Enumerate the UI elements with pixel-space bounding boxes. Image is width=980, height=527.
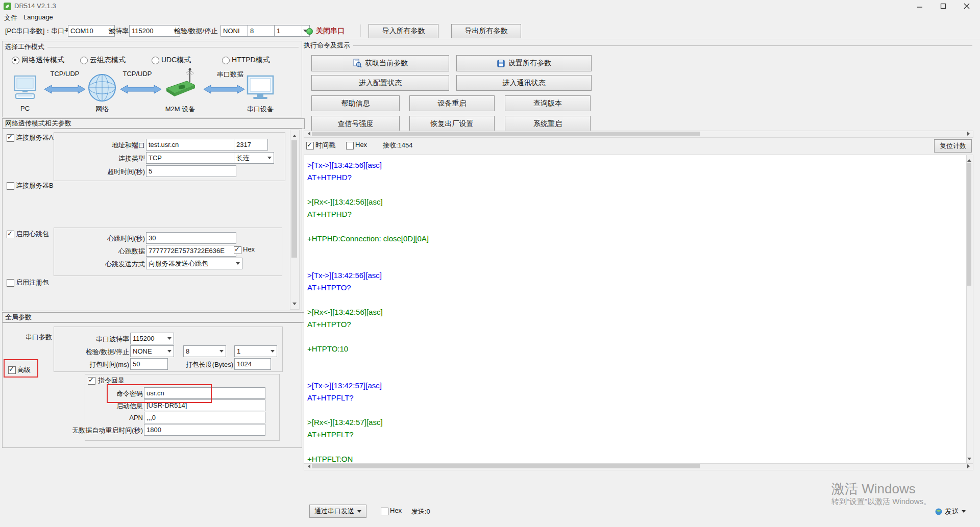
hb-hex-label[interactable]: Hex [243, 245, 255, 253]
heartbeat-label[interactable]: 启用心跳包 [16, 230, 49, 239]
scroll-up-icon[interactable] [290, 131, 298, 138]
log-hscrollbar-top[interactable] [304, 131, 973, 138]
system-restart-button[interactable]: 系统重启 [505, 116, 591, 132]
stopbits-select[interactable]: 1 [274, 25, 310, 37]
work-mode-title: 选择工作模式 [5, 42, 44, 52]
timeout-input[interactable]: 5 [146, 165, 236, 177]
log-line [307, 294, 970, 306]
pack-time-input[interactable]: 50 [130, 358, 168, 370]
timestamp-label[interactable]: 时间戳 [315, 141, 335, 150]
g-parity-select[interactable]: NONE [130, 345, 174, 357]
auto-reboot-input[interactable]: 1800 [144, 424, 265, 436]
log-vscrollbar[interactable] [966, 155, 973, 464]
boot-msg-input[interactable]: [USR-DR514] [144, 399, 265, 411]
set-params-button[interactable]: 设置所有参数 [456, 55, 592, 71]
server-a-label[interactable]: 连接服务器A [16, 133, 54, 142]
scrollbar-thumb[interactable] [312, 464, 700, 468]
send-hex-checkbox[interactable] [381, 508, 388, 515]
send-button[interactable]: 发送 [935, 505, 966, 518]
export-params-button[interactable]: 导出所有参数 [451, 24, 521, 38]
log-line: +HTPTO:10 [307, 343, 970, 355]
baud-select[interactable]: 115200 [129, 25, 180, 37]
timestamp-checkbox[interactable] [306, 142, 314, 149]
radio-cloud-label[interactable]: 云组态模式 [90, 56, 126, 65]
log-line [307, 184, 970, 196]
menu-file[interactable]: 文件 [4, 13, 17, 22]
hb-time-input[interactable]: 30 [146, 232, 236, 244]
radio-udc-label[interactable]: UDC模式 [161, 56, 191, 65]
heartbeat-checkbox[interactable] [7, 231, 14, 238]
enter-comm-button[interactable]: 进入通讯状态 [456, 75, 592, 91]
maximize-button[interactable] [935, 0, 952, 12]
advanced-label[interactable]: 高级 [17, 365, 31, 374]
network-label: 网络 [88, 105, 116, 114]
query-version-button[interactable]: 查询版本 [505, 95, 591, 111]
recv-hex-label[interactable]: Hex [355, 141, 367, 148]
net-params-scrollbar[interactable] [290, 130, 300, 310]
import-params-button[interactable]: 导入所有参数 [369, 24, 438, 38]
hb-data-input[interactable]: 7777772E7573722E636E [146, 245, 236, 257]
arrow-icon [120, 85, 161, 94]
hb-mode-select[interactable]: 向服务器发送心跳包 [146, 258, 242, 269]
g-baud-select[interactable]: 115200 [130, 333, 174, 344]
close-port-button[interactable]: 关闭串口 [306, 25, 345, 37]
factory-reset-button[interactable]: 恢复出厂设置 [409, 116, 495, 132]
log-output[interactable]: >[Tx->][13:42:56][asc] AT+HTPHD? >[Rx<-]… [304, 155, 970, 468]
recv-hex-checkbox[interactable] [346, 142, 354, 149]
radio-net-passthrough[interactable] [12, 57, 19, 64]
register-checkbox[interactable] [7, 279, 14, 287]
apn-input[interactable]: ,,,0 [144, 412, 265, 423]
minimize-button[interactable] [911, 0, 928, 12]
radio-net-passthrough-label[interactable]: 网络透传模式 [21, 56, 64, 65]
device-restart-button[interactable]: 设备重启 [409, 95, 495, 111]
radio-cloud[interactable] [80, 57, 88, 64]
g-stopbits-select[interactable]: 1 [234, 345, 277, 357]
server-b-checkbox[interactable] [7, 182, 14, 190]
scrollbar-thumb[interactable] [312, 132, 700, 136]
log-line [307, 220, 970, 233]
help-info-button[interactable]: 帮助信息 [311, 95, 400, 111]
app-icon [4, 3, 11, 10]
scroll-right-icon[interactable] [966, 131, 972, 136]
conn-type-select[interactable]: TCP [146, 152, 242, 164]
network-globe-icon [88, 73, 116, 102]
radio-udc[interactable] [152, 57, 159, 64]
scrollbar-thumb[interactable] [291, 140, 297, 258]
radio-httpd-label[interactable]: HTTPD模式 [232, 56, 270, 65]
echo-label[interactable]: 指令回显 [97, 376, 126, 385]
server-a-address-input[interactable]: test.usr.cn [146, 139, 236, 150]
close-button[interactable] [958, 0, 975, 12]
heartbeat-group: 心跳时间(秒) 30 心跳数据 7777772E7573722E636E Hex… [54, 228, 282, 276]
pack-len-input[interactable]: 1024 [234, 358, 271, 370]
scroll-left-icon[interactable] [305, 464, 311, 469]
scroll-left-icon[interactable] [305, 131, 311, 136]
get-params-button[interactable]: 获取当前参数 [311, 55, 449, 71]
scrollbar-thumb[interactable] [967, 163, 971, 286]
server-b-label[interactable]: 连接服务器B [16, 181, 54, 190]
send-mode-dropdown[interactable]: 通过串口发送 [309, 505, 366, 518]
reset-counter-button[interactable]: 复位计数 [934, 139, 972, 153]
g-databits-select[interactable]: 8 [183, 345, 226, 357]
cmd-password-input[interactable]: usr.cn [144, 387, 265, 399]
scroll-right-icon[interactable] [966, 464, 972, 469]
send-hex-label[interactable]: Hex [390, 507, 402, 514]
server-a-checkbox[interactable] [7, 134, 14, 142]
scroll-down-icon[interactable] [967, 457, 972, 463]
log-line: AT+HTPTO? [307, 282, 970, 294]
com-port-select[interactable]: COM10 [68, 25, 115, 37]
menu-language[interactable]: Language [23, 13, 53, 21]
scroll-up-icon[interactable] [967, 156, 972, 162]
radio-httpd[interactable] [222, 57, 230, 64]
keepalive-select[interactable]: 长连 [234, 152, 274, 164]
link1-label: TCP/UDP [46, 70, 83, 78]
register-label[interactable]: 启用注册包 [16, 278, 49, 287]
log-hscrollbar-bottom[interactable] [304, 463, 973, 470]
hb-hex-checkbox[interactable] [234, 246, 241, 254]
server-a-port-input[interactable]: 2317 [234, 139, 268, 150]
echo-checkbox[interactable] [88, 377, 95, 385]
signal-strength-button[interactable]: 查信号强度 [311, 116, 400, 132]
scroll-down-icon[interactable] [290, 301, 298, 308]
toolbar-separator [360, 24, 361, 37]
enter-config-button[interactable]: 进入配置状态 [311, 75, 449, 91]
advanced-checkbox[interactable] [8, 366, 16, 374]
